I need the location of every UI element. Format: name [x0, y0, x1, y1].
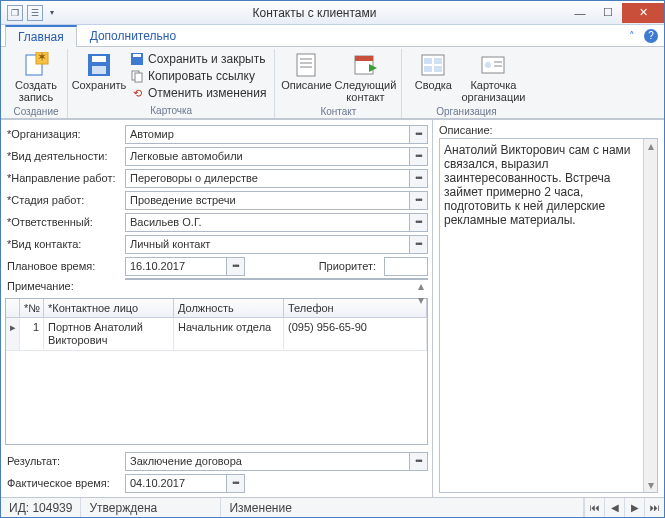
input-responsible[interactable]: Васильев О.Г.••• — [125, 213, 428, 232]
nav-next-button[interactable]: ▶ — [624, 498, 644, 517]
group-label-card: Карточка — [150, 104, 192, 118]
save-icon — [84, 51, 114, 79]
close-button[interactable]: ✕ — [622, 3, 664, 23]
svg-rect-15 — [355, 56, 373, 61]
qat-icon-1[interactable]: ❐ — [7, 5, 23, 21]
status-bar: ИД: 104939 Утверждена Изменение ⏮ ◀ ▶ ⏭ — [1, 497, 664, 517]
grid-header-indicator[interactable] — [6, 299, 20, 317]
label-description: Описание: — [439, 124, 658, 136]
window-buttons: — ☐ ✕ — [566, 3, 664, 23]
group-label-org: Организация — [436, 105, 496, 119]
label-direction: *Направление работ: — [5, 172, 121, 184]
next-contact-icon — [350, 51, 380, 79]
input-fact-time[interactable]: 04.10.2017••• — [125, 474, 245, 493]
titlebar: ❐ ☰ ▾ Контакты с клиентами — ☐ ✕ — [1, 1, 664, 25]
svg-rect-20 — [424, 66, 432, 72]
save-close-label: Сохранить и закрыть — [148, 52, 265, 66]
copy-link-label: Копировать ссылку — [148, 69, 255, 83]
save-button[interactable]: Сохранить — [72, 49, 126, 93]
grid-header-name[interactable]: *Контактное лицо — [44, 299, 174, 317]
window: ❐ ☰ ▾ Контакты с клиентами — ☐ ✕ Главная… — [0, 0, 665, 518]
lookup-icon[interactable]: ••• — [409, 192, 427, 209]
scrollbar[interactable]: ▴▾ — [643, 139, 657, 492]
description-text: Анатолий Викторович сам с нами связался,… — [444, 143, 653, 227]
row-pos: Начальник отдела — [174, 318, 284, 350]
grid-header-tel[interactable]: Телефон — [284, 299, 427, 317]
qat-icon-2[interactable]: ☰ — [27, 5, 43, 21]
input-result[interactable]: Заключение договора••• — [125, 452, 428, 471]
input-stage[interactable]: Проведение встречи••• — [125, 191, 428, 210]
create-record-button[interactable]: ✶ Создать запись — [9, 49, 63, 105]
tab-main[interactable]: Главная — [5, 25, 77, 47]
group-label-create: Создание — [13, 105, 58, 119]
ribbon: ✶ Создать запись Создание Сохранить — [1, 47, 664, 119]
qat-dropdown-icon[interactable]: ▾ — [47, 5, 57, 21]
contacts-grid: *№ *Контактное лицо Должность Телефон ▸ … — [5, 298, 428, 445]
quick-access-toolbar: ❐ ☰ ▾ — [1, 5, 63, 21]
description-button[interactable]: Описание — [279, 49, 333, 93]
ribbon-group-org: Сводка Карточка организации Организация — [402, 49, 530, 118]
table-row[interactable]: ▸ 1 Портнов Анатолий Викторович Начальни… — [6, 318, 427, 351]
row-n: 1 — [20, 318, 44, 350]
row-indicator-icon: ▸ — [6, 318, 20, 350]
label-priority: Приоритет: — [315, 260, 380, 272]
svg-rect-5 — [92, 66, 106, 74]
summary-button[interactable]: Сводка — [406, 49, 460, 93]
ribbon-group-create: ✶ Создать запись Создание — [5, 49, 68, 118]
ribbon-group-contact: Описание Следующий контакт Контакт — [275, 49, 402, 118]
lookup-icon[interactable]: ••• — [409, 148, 427, 165]
nav-last-button[interactable]: ⏭ — [644, 498, 664, 517]
lookup-icon[interactable]: ••• — [409, 126, 427, 143]
ribbon-group-card: Сохранить Сохранить и закрыть Копировать… — [68, 49, 275, 118]
description-memo[interactable]: Анатолий Викторович сам с нами связался,… — [439, 138, 658, 493]
svg-rect-4 — [92, 56, 106, 62]
grid-header-pos[interactable]: Должность — [174, 299, 284, 317]
right-pane: Описание: Анатолий Викторович сам с нами… — [432, 120, 664, 497]
save-close-icon — [130, 52, 144, 66]
nav-prev-button[interactable]: ◀ — [604, 498, 624, 517]
label-plan-time: Плановое время: — [5, 260, 121, 272]
input-note[interactable]: ▴▾ — [125, 278, 428, 280]
undo-icon: ⟲ — [130, 86, 144, 100]
org-card-label: Карточка организации — [461, 79, 525, 103]
lookup-icon[interactable]: ••• — [226, 475, 244, 492]
description-label: Описание — [281, 79, 332, 91]
nav-first-button[interactable]: ⏮ — [584, 498, 604, 517]
copy-link-button[interactable]: Копировать ссылку — [126, 68, 270, 84]
input-kind[interactable]: Личный контакт••• — [125, 235, 428, 254]
input-plan-time[interactable]: 16.10.2017••• — [125, 257, 245, 276]
org-card-button[interactable]: Карточка организации — [460, 49, 526, 105]
status-change: Изменение — [221, 498, 584, 517]
lookup-icon[interactable]: ••• — [409, 236, 427, 253]
label-activity: *Вид деятельности: — [5, 150, 121, 162]
label-result: Результат: — [5, 455, 121, 467]
lookup-icon[interactable]: ••• — [226, 258, 244, 275]
lookup-icon[interactable]: ••• — [409, 453, 427, 470]
label-kind: *Вид контакта: — [5, 238, 121, 250]
save-and-close-button[interactable]: Сохранить и закрыть — [126, 51, 270, 67]
tab-extra[interactable]: Дополнительно — [77, 25, 189, 46]
input-direction[interactable]: Переговоры о дилерстве••• — [125, 169, 428, 188]
row-name: Портнов Анатолий Викторович — [44, 318, 174, 350]
help-icon[interactable]: ? — [644, 29, 658, 43]
row-tel: (095) 956-65-90 — [284, 318, 427, 350]
undo-changes-button[interactable]: ⟲ Отменить изменения — [126, 85, 270, 101]
svg-rect-9 — [135, 73, 142, 82]
minimize-button[interactable]: — — [566, 3, 594, 23]
content: *Организация: Автомир••• *Вид деятельнос… — [1, 119, 664, 497]
lookup-icon[interactable]: ••• — [409, 214, 427, 231]
group-label-contact: Контакт — [320, 105, 356, 119]
input-org[interactable]: Автомир••• — [125, 125, 428, 144]
next-contact-button[interactable]: Следующий контакт — [333, 49, 397, 105]
input-priority[interactable] — [384, 257, 428, 276]
lookup-icon[interactable]: ••• — [409, 170, 427, 187]
left-pane: *Организация: Автомир••• *Вид деятельнос… — [1, 120, 432, 497]
input-activity[interactable]: Легковые автомобили••• — [125, 147, 428, 166]
save-label: Сохранить — [72, 79, 127, 91]
svg-rect-19 — [434, 58, 442, 64]
window-title: Контакты с клиентами — [63, 6, 566, 20]
grid-header-n[interactable]: *№ — [20, 299, 44, 317]
label-org: *Организация: — [5, 128, 121, 140]
maximize-button[interactable]: ☐ — [594, 3, 622, 23]
ribbon-collapse-icon[interactable]: ˄ — [622, 30, 642, 46]
